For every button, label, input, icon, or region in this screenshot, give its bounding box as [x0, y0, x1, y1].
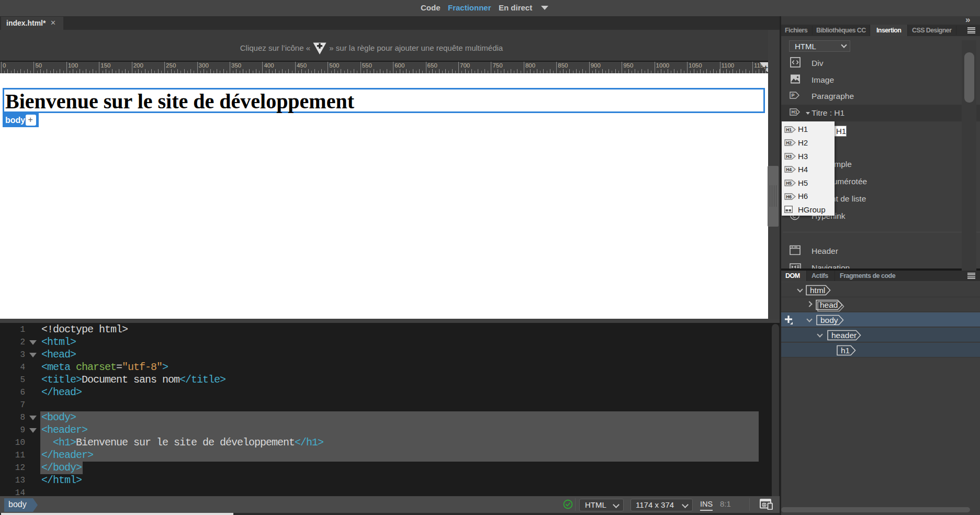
svg-text:header: header [831, 330, 857, 339]
svg-text:html: html [810, 285, 825, 294]
svg-text:H1: H1 [786, 127, 792, 132]
svg-text:H5: H5 [786, 181, 792, 186]
svg-text:H3: H3 [786, 153, 792, 159]
svg-text:h1: h1 [841, 345, 850, 354]
svg-text:H4: H4 [786, 167, 792, 172]
svg-text:P: P [791, 93, 794, 98]
svg-text:H1: H1 [791, 109, 797, 115]
svg-text:H6: H6 [786, 194, 792, 199]
svg-text:head: head [820, 300, 838, 309]
svg-text:H2: H2 [786, 140, 792, 145]
svg-text:body: body [820, 315, 838, 324]
